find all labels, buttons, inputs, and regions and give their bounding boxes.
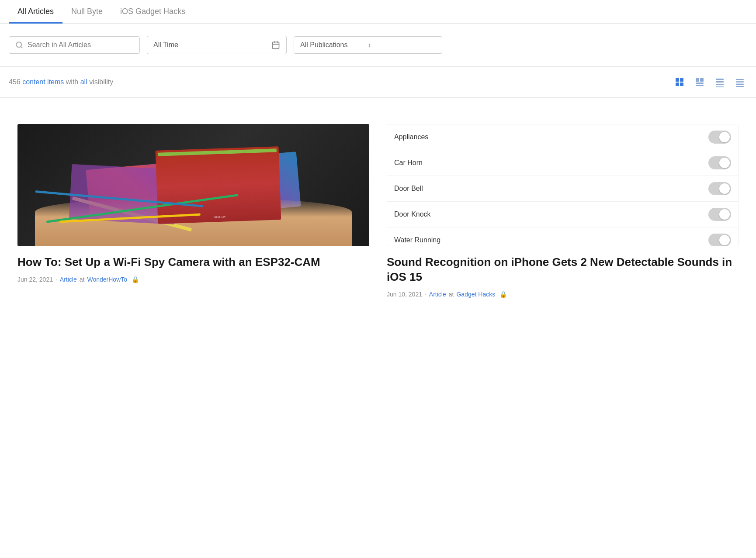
svg-rect-9 (680, 83, 683, 86)
article-publication-link[interactable]: WonderHowTo (87, 276, 127, 283)
article-type-link[interactable]: Article (429, 291, 446, 298)
svg-rect-21 (736, 84, 744, 85)
sound-toggle-car-horn[interactable] (708, 156, 731, 169)
content-count-row: 456 content items with all visibility (0, 67, 756, 98)
sound-toggle-door-knock[interactable] (708, 208, 731, 221)
publication-value: All Publications (300, 41, 368, 49)
sound-label: Door Knock (394, 210, 431, 218)
svg-rect-22 (736, 86, 744, 87)
grid-list-view-button[interactable] (692, 75, 707, 90)
lock-icon: 🔒 (132, 276, 139, 283)
visibility-label: visibility (89, 78, 113, 86)
at-label: at (449, 291, 454, 298)
search-icon (15, 41, 23, 49)
article-publication-link[interactable]: Gadget Hacks (456, 291, 495, 298)
article-image: ESP32-CAM (17, 124, 369, 246)
tab-null-byte[interactable]: Null Byte (62, 0, 111, 24)
sound-row-door-knock: Door Knock (387, 202, 738, 227)
svg-rect-11 (700, 78, 704, 82)
svg-rect-2 (273, 42, 279, 48)
meta-separator: · (55, 276, 57, 283)
sound-toggle-door-bell[interactable] (708, 182, 731, 195)
compact-view-button[interactable] (732, 75, 747, 90)
article-date: Jun 10, 2021 (387, 291, 422, 298)
svg-rect-13 (696, 85, 704, 86)
chevron-down-icon: ↕ (368, 41, 436, 48)
view-mode-icons (672, 75, 747, 90)
tab-all-articles[interactable]: All Articles (9, 0, 62, 24)
svg-rect-19 (736, 81, 744, 82)
date-picker[interactable]: All Time (147, 36, 287, 54)
lock-icon: 🔒 (499, 291, 507, 298)
sound-row-water-running: Water Running (387, 227, 738, 246)
article-title: Sound Recognition on iPhone Gets 2 New D… (387, 255, 739, 285)
calendar-icon[interactable] (271, 41, 280, 49)
svg-rect-15 (716, 81, 724, 83)
article-thumbnail[interactable]: ESP32-CAM (17, 124, 369, 246)
meta-separator: · (425, 291, 427, 298)
svg-rect-14 (716, 79, 724, 80)
sound-label: Door Bell (394, 185, 423, 193)
svg-rect-12 (696, 83, 704, 84)
article-type-link[interactable]: Article (60, 276, 77, 283)
publication-select[interactable]: All Publications ↕ (294, 36, 442, 54)
svg-rect-6 (676, 78, 679, 82)
content-items-filter[interactable]: content items (22, 78, 64, 86)
articles-grid: ESP32-CAM How To: Set Up a Wi-Fi Spy Cam… (0, 98, 756, 324)
tab-ios-gadget-hacks[interactable]: iOS Gadget Hacks (111, 0, 194, 24)
sound-label: Water Running (394, 236, 440, 244)
at-label: at (80, 276, 85, 283)
svg-rect-16 (716, 84, 724, 85)
article-meta: Jun 10, 2021 · Article at Gadget Hacks 🔒 (387, 291, 739, 298)
article-count: 456 (9, 78, 21, 86)
sound-settings-panel: Appliances Car Horn Door Bell Door Knock… (387, 124, 739, 246)
sound-label: Appliances (394, 133, 428, 141)
sound-row-car-horn: Car Horn (387, 150, 738, 176)
sound-toggle-appliances[interactable] (708, 131, 731, 144)
sound-row-appliances: Appliances (387, 124, 738, 150)
svg-rect-10 (696, 78, 699, 82)
article-meta: Jun 22, 2021 · Article at WonderHowTo 🔒 (17, 276, 369, 283)
article-title: How To: Set Up a Wi-Fi Spy Camera with a… (17, 255, 369, 270)
sound-row-door-bell: Door Bell (387, 176, 738, 202)
tabs-bar: All Articles Null Byte iOS Gadget Hacks (0, 0, 756, 24)
svg-rect-18 (736, 79, 744, 80)
search-box[interactable] (9, 36, 140, 54)
svg-line-1 (21, 46, 22, 48)
svg-rect-17 (716, 86, 724, 87)
with-label: with (66, 78, 78, 86)
search-input[interactable] (28, 41, 133, 49)
content-count-text: 456 content items with all visibility (9, 78, 113, 86)
article-card: ESP32-CAM How To: Set Up a Wi-Fi Spy Cam… (9, 115, 378, 307)
grid-view-button[interactable] (672, 75, 687, 90)
list-view-button[interactable] (712, 75, 727, 90)
article-card: Appliances Car Horn Door Bell Door Knock… (378, 115, 747, 307)
sound-label: Car Horn (394, 159, 423, 167)
svg-rect-20 (736, 83, 744, 83)
date-value: All Time (153, 41, 267, 49)
filter-bar: All Time All Publications ↕ (0, 24, 756, 67)
article-date: Jun 22, 2021 (17, 276, 53, 283)
visibility-filter[interactable]: all (80, 78, 87, 86)
svg-rect-7 (680, 78, 683, 82)
filter-row: All Time All Publications ↕ (9, 36, 747, 54)
sound-toggle-water-running[interactable] (708, 234, 731, 246)
svg-rect-8 (676, 83, 679, 86)
